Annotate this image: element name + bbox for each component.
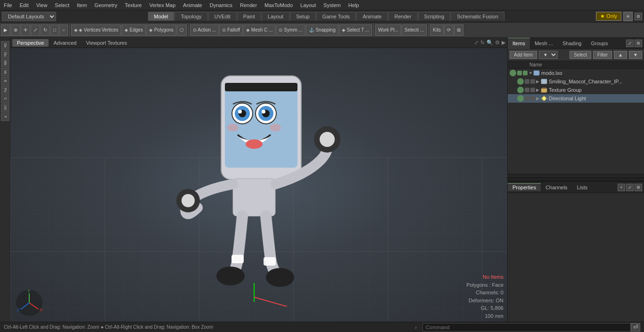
toolbar-selection[interactable]: Selecti ... bbox=[402, 24, 427, 36]
viewport-icon-expand[interactable]: ⤢ bbox=[474, 40, 479, 46]
props-tab-lists[interactable]: Lists bbox=[572, 184, 593, 191]
left-tool-edge[interactable]: E bbox=[1, 77, 9, 85]
menu-vertex-map[interactable]: Vertex Map bbox=[146, 1, 180, 9]
toolbar-item[interactable]: ⬡ bbox=[177, 24, 187, 36]
toolbar-scale[interactable]: ⤢ bbox=[31, 24, 40, 36]
panel-tab-groups[interactable]: Groups bbox=[586, 38, 612, 49]
toolbar-navigation[interactable]: ▶ bbox=[1, 24, 10, 36]
layout-plus-button[interactable]: + bbox=[623, 12, 633, 21]
select-button[interactable]: Select bbox=[570, 51, 591, 59]
layout-tab-game-tools[interactable]: Game Tools bbox=[316, 12, 356, 21]
panel-tab-shading[interactable]: Shading bbox=[558, 38, 586, 49]
toolbar-symmetry[interactable]: ⊙ Symm ... bbox=[276, 24, 305, 36]
toolbar-kits[interactable]: Kits bbox=[430, 24, 444, 36]
toolbar-polygons[interactable]: ◈ Polygons bbox=[146, 24, 176, 36]
items-list-scrollbar[interactable] bbox=[508, 174, 644, 178]
layout-tab-animate[interactable]: Animate bbox=[356, 12, 388, 21]
filter-button[interactable]: Filter bbox=[593, 51, 612, 59]
toolbar-rotate[interactable]: ↻ bbox=[41, 24, 50, 36]
layout-dropdown[interactable]: Default Layouts bbox=[2, 12, 56, 21]
toolbar-transform[interactable]: ✛ bbox=[21, 24, 30, 36]
toolbar-snapping[interactable]: ⚓ Snapping bbox=[306, 24, 339, 36]
items-list[interactable]: ▼ modo.lxo ▶ Smiling_Mascot_Character_IP… bbox=[508, 69, 644, 174]
menu-texture[interactable]: Texture bbox=[121, 1, 146, 9]
menu-file[interactable]: File bbox=[0, 1, 16, 9]
props-config-btn[interactable]: ⚙ bbox=[635, 184, 642, 191]
toolbar-refresh[interactable]: ⟳ bbox=[444, 24, 454, 36]
layout-tab-schematic-fusion[interactable]: Schematic Fusion bbox=[451, 12, 504, 21]
viewport-tab-textures[interactable]: Viewport Textures bbox=[81, 39, 132, 47]
menu-geometry[interactable]: Geometry bbox=[91, 1, 121, 9]
menu-maxtomodo[interactable]: MaxToModo bbox=[261, 1, 297, 9]
item-vis2-dirlight[interactable] bbox=[525, 96, 529, 101]
menu-edit[interactable]: Edit bbox=[16, 1, 33, 9]
menu-layout[interactable]: Layout bbox=[297, 1, 320, 9]
item-root[interactable]: ▼ modo.lxo bbox=[508, 69, 644, 77]
viewport-canvas[interactable]: X Z Y No Items Polygons : Face Channels:… bbox=[10, 48, 507, 322]
item-vis-mascot[interactable] bbox=[517, 78, 524, 85]
item-expand-mascot[interactable]: ▶ bbox=[536, 79, 541, 84]
panel-config-btn[interactable]: ⚙ bbox=[635, 40, 642, 47]
menu-view[interactable]: View bbox=[33, 1, 51, 9]
layout-tab-layout[interactable]: Layout bbox=[262, 12, 289, 21]
layout-tab-paint[interactable]: Paint bbox=[237, 12, 261, 21]
menu-render[interactable]: Render bbox=[236, 1, 261, 9]
layout-tab-uvedit[interactable]: UVEdit bbox=[208, 12, 237, 21]
items-sort-asc[interactable]: ▲ bbox=[614, 51, 627, 59]
props-expand-btn[interactable]: ⤢ bbox=[626, 184, 634, 191]
left-tool-de[interactable]: De bbox=[1, 41, 9, 49]
panel-expand-btn[interactable]: ⤢ bbox=[626, 40, 634, 47]
toolbar-add[interactable]: ⊕ bbox=[11, 24, 20, 36]
viewport-icon-search[interactable]: 🔍 bbox=[487, 40, 493, 46]
toolbar-select-box[interactable]: □ bbox=[50, 24, 59, 36]
layout-tab-setup[interactable]: Setup bbox=[290, 12, 316, 21]
left-tool-poly[interactable]: Po bbox=[1, 86, 9, 94]
menu-dynamics[interactable]: Dynamics bbox=[206, 1, 236, 9]
menu-animate[interactable]: Animate bbox=[179, 1, 206, 9]
toolbar-layout-btn[interactable]: ⊞ bbox=[454, 24, 463, 36]
layout-tab-scripting[interactable]: Scripting bbox=[418, 12, 451, 21]
item-vis3-mascot[interactable] bbox=[530, 79, 535, 84]
menu-help[interactable]: Help bbox=[345, 1, 363, 9]
items-sort-desc[interactable]: ▼ bbox=[629, 51, 642, 59]
item-vis2-mascot[interactable] bbox=[525, 79, 529, 84]
menu-system[interactable]: System bbox=[320, 1, 345, 9]
item-expand-dirlight[interactable]: ▶ bbox=[536, 96, 541, 101]
viewport-icon-refresh[interactable]: ↻ bbox=[480, 40, 485, 46]
menu-select[interactable]: Select bbox=[51, 1, 73, 9]
layout-tab-model[interactable]: Model bbox=[148, 12, 174, 21]
panel-tab-mesh[interactable]: Mesh ... bbox=[530, 38, 558, 49]
layout-tab-topology[interactable]: Topology bbox=[174, 12, 207, 21]
viewport[interactable]: Perspective Advanced Viewport Textures ⤢… bbox=[10, 38, 507, 322]
item-directional-light[interactable]: ▶ Directional Light bbox=[508, 94, 644, 103]
item-expand-texgrp[interactable]: ▶ bbox=[536, 88, 541, 92]
item-texture-group[interactable]: ▶ Texture Group bbox=[508, 86, 644, 94]
left-tool-1[interactable] bbox=[1, 39, 9, 40]
viewport-tab-perspective[interactable]: Perspective bbox=[12, 39, 49, 47]
left-tool-curve[interactable]: C bbox=[1, 95, 9, 103]
item-vis3-dirlight[interactable] bbox=[530, 96, 535, 101]
item-vis-root[interactable] bbox=[510, 70, 516, 76]
add-item-button[interactable]: Add Item bbox=[510, 51, 537, 59]
left-tool-f[interactable]: F bbox=[1, 113, 9, 121]
toolbar-edges[interactable]: ◈ Edges bbox=[122, 24, 146, 36]
item-expand-root[interactable]: ▼ bbox=[528, 71, 533, 75]
panel-divider[interactable] bbox=[508, 178, 644, 181]
toolbar-select-tool[interactable]: ◈ Select T ... bbox=[339, 24, 372, 36]
item-vis-texgrp[interactable] bbox=[517, 87, 524, 93]
toolbar-falloff[interactable]: ⊙ Falloff bbox=[219, 24, 243, 36]
item-vis-dirlight[interactable] bbox=[517, 95, 524, 102]
item-vis3-texgrp[interactable] bbox=[530, 88, 535, 92]
layout-tab-render[interactable]: Render bbox=[388, 12, 417, 21]
layout-config-button[interactable]: ⚙ bbox=[635, 13, 642, 20]
add-item-dropdown[interactable]: ▼ bbox=[539, 51, 558, 59]
item-vis2-texgrp[interactable] bbox=[525, 88, 529, 92]
viewport-tab-advanced[interactable]: Advanced bbox=[49, 39, 81, 47]
viewport-icon-settings[interactable]: ⚙ bbox=[495, 40, 500, 46]
props-tab-properties[interactable]: Properties bbox=[508, 183, 541, 191]
left-tool-mesh[interactable]: Me bbox=[1, 59, 9, 67]
toolbar-vertices[interactable]: ◈ ◈ VerticesVertices bbox=[71, 24, 121, 36]
item-mascot[interactable]: ▶ Smiling_Mascot_Character_IP... bbox=[508, 77, 644, 86]
viewport-icon-menu[interactable]: ▶ bbox=[502, 40, 505, 46]
item-vis3-root[interactable] bbox=[523, 71, 528, 75]
